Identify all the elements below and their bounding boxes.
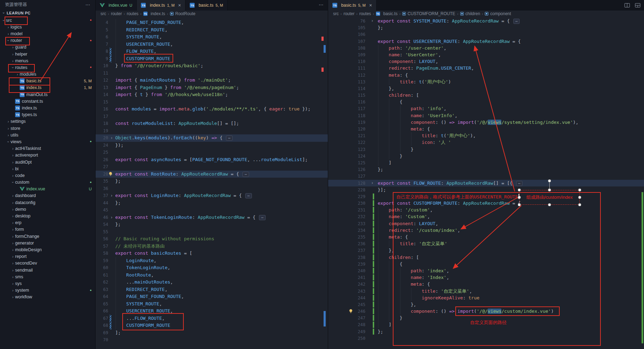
tree-item-system[interactable]: ›system● — [0, 287, 95, 294]
line-number[interactable]: 240 — [328, 268, 365, 274]
breadcrumb-item-RootRoute[interactable]: RootRoute — [175, 11, 195, 16]
code-line-69[interactable]: 69]; — [96, 329, 328, 337]
tree-item-secondDev[interactable]: ›secondDev — [0, 260, 95, 267]
code-line-108[interactable]: 108 path: '/user-center', — [328, 45, 644, 51]
breadcrumb[interactable]: src›router›routes›TSbasic.ts›CUSTOMFORM_… — [328, 11, 644, 17]
code-line-230[interactable]: 230export const CUSTOMFORM_ROUTE: AppRou… — [328, 200, 644, 207]
tree-item-logics[interactable]: ›logics — [0, 24, 95, 30]
line-number[interactable]: 55 — [96, 228, 108, 236]
code-line-243[interactable]: 243 title: '自定义菜单', — [328, 288, 644, 294]
code-line-246[interactable]: 246 component: () => import('/@/views/cu… — [328, 308, 644, 315]
tree-item-views[interactable]: ›views● — [0, 138, 95, 145]
code-line-10[interactable]: 10} from '/@/router/routes/basic'; — [96, 62, 328, 70]
line-number[interactable]: 111 — [328, 65, 365, 72]
code-line-239[interactable]: 239 { — [328, 261, 644, 267]
line-number[interactable]: 235 — [328, 234, 365, 241]
line-number[interactable]: 106 — [328, 31, 365, 38]
code-line-56[interactable]: 56// Basic routing without permissions — [96, 235, 328, 243]
line-number[interactable]: 229 — [328, 193, 365, 200]
code-line-12[interactable]: 12import { mainOutRoutes } from './mainO… — [96, 77, 328, 84]
code-line-120[interactable]: 120 meta: { — [328, 126, 644, 132]
line-number[interactable]: 76 — [328, 18, 365, 25]
tree-item-code[interactable]: ›code — [0, 172, 95, 179]
code-line-19[interactable]: 19 — [96, 127, 328, 135]
code-line-105[interactable]: 105}; — [328, 24, 644, 31]
line-number[interactable]: 66 — [96, 307, 108, 315]
code-line-245[interactable]: 245 }, — [328, 301, 644, 308]
code-line-67[interactable]: 67 ...FLOW_ROUTE, — [96, 315, 328, 322]
code-line-118[interactable]: 118 name: 'UserInfo', — [328, 112, 644, 119]
tree-item-bi[interactable]: ›bi — [0, 165, 95, 172]
code-line-25[interactable]: 25 — [96, 149, 328, 156]
tab-index.ts[interactable]: TSindex.ts1, M× — [137, 0, 186, 11]
code-line-112[interactable]: 112 meta: { — [328, 72, 644, 78]
breadcrumb-item-index.ts[interactable]: index.ts — [151, 11, 165, 16]
fold-chevron-icon[interactable]: › — [110, 192, 113, 199]
code-line-13[interactable]: 13import { PageEnum } from '/@/enums/pag… — [96, 84, 328, 91]
editor-layout-icon[interactable] — [635, 2, 640, 8]
code-line-11[interactable]: 11 — [96, 70, 328, 77]
line-number[interactable]: 114 — [328, 85, 365, 92]
breadcrumb-item-router[interactable]: router — [344, 11, 354, 16]
line-number[interactable]: 124 — [328, 153, 365, 160]
line-number[interactable]: 230 — [328, 200, 365, 207]
line-number[interactable]: 13 — [96, 84, 108, 91]
tree-item-router[interactable]: ›router● — [0, 37, 95, 44]
breadcrumb-item-routes[interactable]: routes — [127, 11, 138, 16]
code-line-17[interactable]: 17 — [96, 113, 328, 120]
fold-chevron-icon[interactable]: › — [110, 134, 113, 142]
line-number[interactable]: 123 — [328, 146, 365, 153]
line-number[interactable]: 8 — [96, 48, 108, 55]
line-number[interactable]: 4 — [96, 19, 108, 26]
code-line-127[interactable]: 127 — [328, 173, 644, 179]
code-line-61[interactable]: 61 RootRoute, — [96, 272, 328, 279]
line-number[interactable]: 61 — [96, 272, 108, 279]
line-number[interactable]: 7 — [96, 41, 108, 48]
line-number[interactable]: 112 — [328, 72, 365, 79]
code-line-28[interactable]: 28›export const RootRoute: AppRouteRecor… — [96, 171, 328, 178]
line-number[interactable]: 12 — [96, 77, 108, 84]
line-number[interactable]: 245 — [328, 302, 365, 308]
tab-index.vue[interactable]: index.vueU — [96, 0, 137, 11]
code-line-116[interactable]: 116 { — [328, 99, 644, 105]
line-number[interactable]: 58 — [96, 250, 108, 257]
fold-chevron-icon[interactable]: › — [371, 18, 373, 24]
code-editor-index-ts[interactable]: 4 PAGE_NOT_FOUND_ROUTE,5 REDIRECT_ROUTE,… — [96, 17, 328, 349]
breadcrumb-item-src[interactable]: src — [100, 11, 106, 16]
tab-basic.ts[interactable]: TSbasic.ts5, M — [186, 0, 228, 11]
fold-chevron-icon[interactable]: › — [371, 180, 373, 186]
line-number[interactable]: 44 — [96, 199, 108, 207]
line-number[interactable]: 119 — [328, 119, 365, 126]
line-number[interactable]: 6 — [96, 33, 108, 41]
workspace-section-header[interactable]: › LEARUN PC — [0, 9, 95, 17]
line-number[interactable]: 118 — [328, 113, 365, 119]
code-line-6[interactable]: 6 SYSTEM_ROUTE, — [96, 33, 328, 41]
code-line-117[interactable]: 117 path: 'info', — [328, 105, 644, 112]
tree-item-custom[interactable]: ›custom● — [0, 179, 95, 186]
tree-item-sendmail[interactable]: ›sendmail — [0, 267, 95, 273]
tree-item-routes[interactable]: ›routes● — [0, 64, 95, 71]
tree-item-constant.ts[interactable]: TSconstant.ts — [0, 98, 95, 104]
line-number[interactable]: 128 — [328, 180, 365, 187]
line-number[interactable]: 237 — [328, 247, 365, 254]
code-line-242[interactable]: 242 meta: { — [328, 281, 644, 287]
breadcrumb-item-CUSTOMFORM_ROUTE[interactable]: CUSTOMFORM_ROUTE — [408, 11, 455, 16]
code-line-115[interactable]: 115 children: [ — [328, 92, 644, 99]
line-number[interactable]: 107 — [328, 38, 365, 45]
line-number[interactable]: 46 — [96, 214, 108, 221]
line-number[interactable]: 60 — [96, 264, 108, 272]
line-number[interactable]: 56 — [96, 235, 108, 243]
code-line-110[interactable]: 110 component: LAYOUT, — [328, 58, 644, 65]
line-number[interactable]: 17 — [96, 113, 108, 120]
code-line-70[interactable]: 70 — [96, 336, 328, 344]
line-number[interactable]: 125 — [328, 160, 365, 166]
tree-item-sys[interactable]: ›sys — [0, 280, 95, 287]
code-line-250[interactable]: 250 — [328, 335, 644, 342]
code-line-121[interactable]: 121 title: t('用户中心'), — [328, 132, 644, 139]
line-number[interactable]: 63 — [96, 286, 108, 293]
line-number[interactable]: 69 — [96, 329, 108, 337]
code-line-228[interactable]: 228}]; — [328, 186, 644, 193]
code-line-237[interactable]: 237 }, — [328, 247, 644, 254]
line-number[interactable]: 246 — [328, 308, 365, 315]
code-editor-basic-ts[interactable]: 76›export const SYSTEM_ROUTE: AppRouteRe… — [328, 17, 644, 349]
